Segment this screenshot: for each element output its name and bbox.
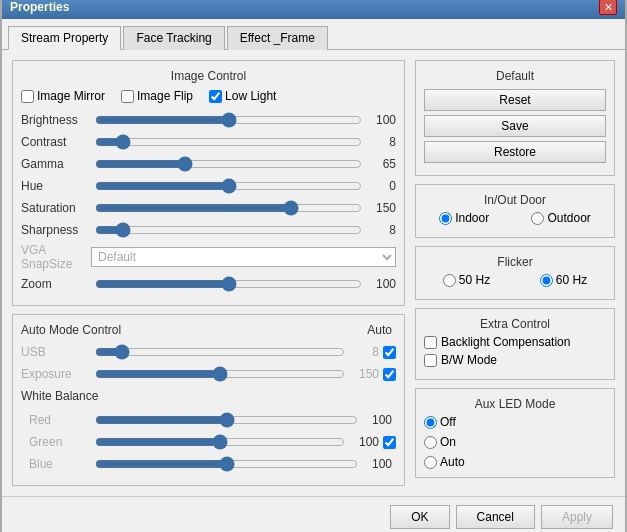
usb-label: USB [21,345,91,359]
exposure-value: 150 [349,367,379,381]
saturation-slider[interactable] [95,199,362,217]
red-slider[interactable] [95,411,358,429]
close-button[interactable]: ✕ [599,0,617,15]
outdoor-radio[interactable] [531,212,544,225]
left-panel: Image Control Image Mirror Image Flip Lo… [12,60,405,486]
hz50-radio[interactable] [443,274,456,287]
green-label: Green [21,435,91,449]
saturation-row: Saturation 150 [21,199,396,217]
green-slider[interactable] [95,433,345,451]
indoor-label[interactable]: Indoor [439,211,489,225]
hue-label: Hue [21,179,91,193]
save-button[interactable]: Save [424,115,606,137]
extra-control-section: Extra Control Backlight Compensation B/W… [415,308,615,380]
gamma-label: Gamma [21,157,91,171]
usb-value: 8 [349,345,379,359]
hue-value: 0 [366,179,396,193]
gamma-row: Gamma 65 [21,155,396,173]
blue-slider[interactable] [95,455,358,473]
vga-snapsize-row: VGA SnapSize Default [21,243,396,271]
green-value: 100 [349,435,379,449]
flicker-section: Flicker 50 Hz 60 Hz [415,246,615,300]
blue-value: 100 [362,457,392,471]
zoom-label: Zoom [21,277,91,291]
in-out-door-section: In/Out Door Indoor Outdoor [415,184,615,238]
aux-on-radio[interactable] [424,436,437,449]
hz60-radio[interactable] [540,274,553,287]
vga-snap-label: VGA SnapSize [21,243,91,271]
contrast-slider[interactable] [95,133,362,151]
blue-label: Blue [21,457,91,471]
aux-auto-label[interactable]: Auto [424,455,606,469]
red-row: Red 100 [21,411,396,429]
white-balance-section: White Balance Red 100 Green 100 [21,389,396,473]
gamma-slider[interactable] [95,155,362,173]
bw-mode-label: B/W Mode [441,353,497,367]
zoom-slider[interactable] [95,275,362,293]
extra-control-title: Extra Control [424,317,606,331]
in-out-radio-group: Indoor Outdoor [424,211,606,225]
brightness-label: Brightness [21,113,91,127]
hz60-label[interactable]: 60 Hz [540,273,587,287]
tab-stream[interactable]: Stream Property [8,26,121,50]
checkboxes-row: Image Mirror Image Flip Low Light [21,89,396,103]
aux-on-label[interactable]: On [424,435,606,449]
image-mirror-checkbox[interactable] [21,90,34,103]
apply-button[interactable]: Apply [541,505,613,529]
window-title: Properties [10,0,69,14]
white-balance-title: White Balance [21,389,98,403]
auto-mode-title: Auto Mode Control [21,323,121,337]
restore-button[interactable]: Restore [424,141,606,163]
aux-led-section: Aux LED Mode Off On Auto [415,388,615,478]
exposure-auto-checkbox[interactable] [383,368,396,381]
sharpness-slider[interactable] [95,221,362,239]
hue-slider[interactable] [95,177,362,195]
reset-button[interactable]: Reset [424,89,606,111]
aux-off-label[interactable]: Off [424,415,606,429]
backlight-label: Backlight Compensation [441,335,570,349]
image-flip-label[interactable]: Image Flip [121,89,193,103]
image-mirror-label[interactable]: Image Mirror [21,89,105,103]
backlight-checkbox[interactable] [424,336,437,349]
aux-off-radio[interactable] [424,416,437,429]
contrast-value: 8 [366,135,396,149]
wb-auto-checkbox[interactable] [383,436,396,449]
image-flip-checkbox[interactable] [121,90,134,103]
aux-auto-radio[interactable] [424,456,437,469]
brightness-slider[interactable] [95,111,362,129]
brightness-row: Brightness 100 [21,111,396,129]
red-value: 100 [362,413,392,427]
usb-row: USB 8 [21,343,396,361]
usb-auto-checkbox[interactable] [383,346,396,359]
low-light-label[interactable]: Low Light [209,89,276,103]
tab-face-tracking[interactable]: Face Tracking [123,26,224,50]
sharpness-row: Sharpness 8 [21,221,396,239]
flicker-title: Flicker [424,255,606,269]
hz50-label[interactable]: 50 Hz [443,273,490,287]
blue-row: Blue 100 [21,455,396,473]
main-content: Image Control Image Mirror Image Flip Lo… [2,50,625,496]
exposure-slider[interactable] [95,365,345,383]
outdoor-label[interactable]: Outdoor [531,211,590,225]
ok-button[interactable]: OK [390,505,449,529]
saturation-label: Saturation [21,201,91,215]
backlight-row: Backlight Compensation [424,335,606,349]
contrast-row: Contrast 8 [21,133,396,151]
auto-label: Auto [367,323,396,337]
indoor-radio[interactable] [439,212,452,225]
footer: OK Cancel Apply [2,496,625,532]
tab-effect-frame[interactable]: Effect _Frame [227,26,328,50]
bw-mode-row: B/W Mode [424,353,606,367]
usb-slider[interactable] [95,343,345,361]
in-out-title: In/Out Door [424,193,606,207]
exposure-label: Exposure [21,367,91,381]
low-light-checkbox[interactable] [209,90,222,103]
sharpness-value: 8 [366,223,396,237]
vga-snap-select[interactable]: Default [91,247,396,267]
bw-mode-checkbox[interactable] [424,354,437,367]
exposure-row: Exposure 150 [21,365,396,383]
contrast-label: Contrast [21,135,91,149]
aux-led-radio-group: Off On Auto [424,415,606,469]
right-panel: Default Reset Save Restore In/Out Door I… [415,60,615,486]
cancel-button[interactable]: Cancel [456,505,535,529]
